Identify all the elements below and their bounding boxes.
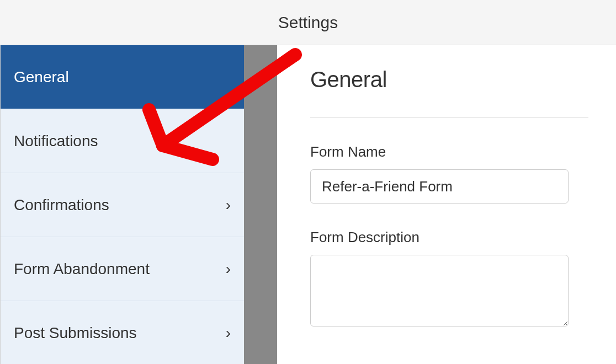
sidebar-item-notifications[interactable]: Notifications	[1, 109, 244, 173]
chevron-right-icon: ›	[226, 324, 231, 342]
sidebar-item-confirmations[interactable]: Confirmations ›	[1, 173, 244, 237]
header: Settings	[0, 0, 616, 45]
sidebar-item-label: Form Abandonment	[14, 260, 150, 278]
form-name-label: Form Name	[310, 143, 588, 160]
settings-sidebar: General Notifications Confirmations › Fo…	[0, 45, 244, 364]
divider	[310, 117, 588, 118]
form-description-label: Form Description	[310, 229, 588, 246]
page-title: Settings	[278, 13, 338, 32]
main-layout: General Notifications Confirmations › Fo…	[0, 45, 616, 364]
sidebar-item-label: Notifications	[14, 132, 98, 150]
section-title: General	[310, 67, 588, 92]
form-description-field: Form Description	[310, 229, 588, 329]
sidebar-item-label: Confirmations	[14, 196, 109, 214]
sidebar-item-label: Post Submissions	[14, 324, 137, 342]
sidebar-item-general[interactable]: General	[1, 45, 244, 109]
sidebar-item-form-abandonment[interactable]: Form Abandonment ›	[1, 237, 244, 301]
panel-gap	[244, 45, 277, 364]
sidebar-item-post-submissions[interactable]: Post Submissions ›	[1, 301, 244, 364]
chevron-right-icon: ›	[226, 260, 231, 278]
chevron-right-icon: ›	[226, 196, 231, 214]
form-name-input[interactable]	[310, 169, 569, 204]
content-panel: General Form Name Form Description	[277, 45, 616, 364]
form-description-input[interactable]	[310, 255, 569, 326]
form-name-field: Form Name	[310, 143, 588, 204]
sidebar-item-label: General	[14, 68, 69, 86]
